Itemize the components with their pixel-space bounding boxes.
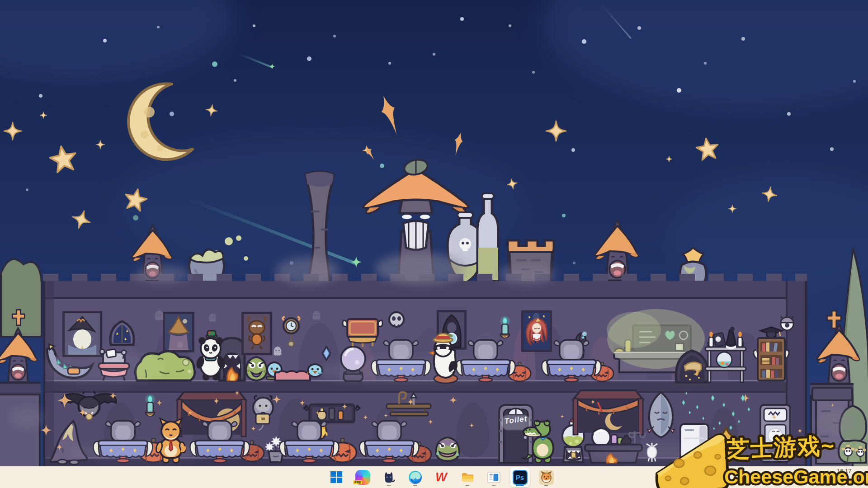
windows-logo-icon <box>330 471 342 483</box>
svg-text:CheeseGame.org: CheeseGame.org <box>724 466 868 488</box>
edge-icon <box>408 470 422 484</box>
copilot-button[interactable]: PRE <box>353 467 373 487</box>
desktop: Toilet <box>0 0 868 488</box>
watermark-line1: 芝士游戏~ <box>725 430 868 464</box>
file-explorer-button[interactable] <box>458 467 477 487</box>
taskbar-icons: PRE W <box>326 466 556 488</box>
shiba-character <box>156 419 186 464</box>
cat-app-icon <box>382 470 396 484</box>
photoshop-button[interactable]: Ps <box>510 467 530 487</box>
wps-icon: W <box>435 471 447 483</box>
shiba-game-button[interactable] <box>536 467 556 487</box>
start-button[interactable] <box>326 467 346 487</box>
shiba-game-icon <box>539 470 554 485</box>
crocodile-character <box>522 419 558 464</box>
photoshop-icon: Ps <box>513 470 528 485</box>
svg-text:芝士游戏~: 芝士游戏~ <box>726 433 835 462</box>
window-tool-button[interactable] <box>484 467 504 487</box>
edge-button[interactable] <box>405 467 425 487</box>
goose-character <box>428 335 461 382</box>
window-tool-icon <box>487 470 501 484</box>
cat-app-button[interactable] <box>379 467 399 487</box>
cheese-logo-icon <box>649 428 730 488</box>
panda-character <box>194 334 227 381</box>
folder-icon <box>461 470 475 484</box>
copilot-pre-badge: PRE <box>353 480 362 484</box>
wps-button[interactable]: W <box>431 467 451 487</box>
watermark-line2: CheeseGame.org <box>723 465 868 488</box>
